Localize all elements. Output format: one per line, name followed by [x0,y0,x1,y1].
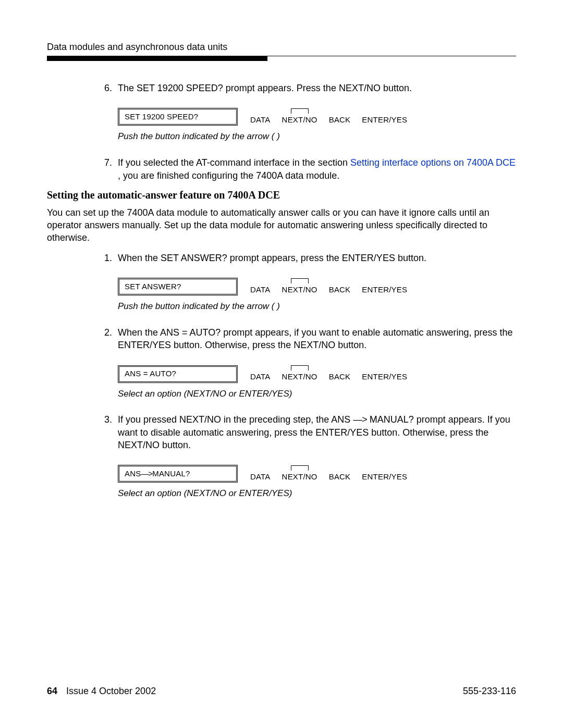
sa-step-1-text: When the SET ANSWER? prompt appears, pre… [118,253,426,263]
step-7: If you selected the AT-command interface… [115,156,516,182]
panel-caption: Push the button indicated by the arrow (… [118,131,516,143]
btn-enter: ENTER/YES [362,108,407,125]
running-head: Data modules and asynchronous data units [47,42,516,53]
lcd-display: SET ANSWER? [118,278,238,295]
sa-step-2-text: When the ANS = AUTO? prompt appears, if … [118,327,513,350]
lcd-text: ANS = AUTO? [125,368,176,379]
btn-label: ENTER/YES [362,285,407,295]
step-7-pre: If you selected the AT-command interface… [118,157,350,168]
header-bar [47,56,267,61]
btn-data: DATA [250,365,271,382]
tick-icon [291,278,309,283]
panel-row: SET 19200 SPEED? DATA NEXT/NO [118,108,516,126]
btn-next: NEXT/NO [282,108,317,125]
btn-label: ENTER/YES [362,115,407,125]
panel-set-answer: SET ANSWER? DATA NEXT/NO [118,278,516,313]
panel-row: ANS = AUTO? DATA NEXT/NO [118,365,516,383]
arrow-icon: —> [141,468,152,479]
btn-enter: ENTER/YES [362,365,407,382]
btn-label: DATA [250,285,271,295]
arrow-icon: —> [353,414,367,425]
tick-icon [291,465,309,471]
sa-step-1: When the SET ANSWER? prompt appears, pre… [115,252,516,313]
btn-next: NEXT/NO [282,278,317,295]
sa-step-2: When the ANS = AUTO? prompt appears, if … [115,326,516,400]
issue-date: Issue 4 October 2002 [66,686,156,696]
step-6: The SET 19200 SPEED? prompt appears. Pre… [115,82,516,143]
btn-enter: ENTER/YES [362,278,407,295]
panel-buttons: DATA NEXT/NO BACK [250,278,407,295]
btn-label: ENTER/YES [362,472,407,482]
btn-back: BACK [329,365,351,382]
btn-label: DATA [250,372,271,382]
btn-next: NEXT/NO [282,465,317,482]
panel-speed: SET 19200 SPEED? DATA NEXT/NO [118,108,516,143]
lcd-display: ANS —> MANUAL? [118,465,238,483]
lcd-text: SET 19200 SPEED? [125,112,198,122]
section-title-auto-answer: Setting the automatic-answer feature on … [47,189,516,201]
btn-label: ENTER/YES [362,372,407,382]
btn-data: DATA [250,278,271,295]
sa-step-3: If you pressed NEXT/NO in the preceding … [115,413,516,500]
footer-left: 64 Issue 4 October 2002 [47,686,156,697]
btn-data: DATA [250,108,271,125]
panel-ans-auto: ANS = AUTO? DATA NEXT/NO [118,365,516,400]
panel-buttons: DATA NEXT/NO BACK [250,465,407,482]
btn-enter: ENTER/YES [362,465,407,482]
step-6-text: The SET 19200 SPEED? prompt appears. Pre… [118,83,412,93]
page-number: 64 [47,686,57,696]
btn-next: NEXT/NO [282,365,317,382]
btn-label: BACK [329,285,351,295]
btn-label: BACK [329,115,351,125]
btn-label: DATA [250,115,271,125]
panel-caption: Push the button indicated by the arrow (… [118,301,516,313]
steps-speed: The SET 19200 SPEED? prompt appears. Pre… [47,82,516,182]
sa-step-3-pre: If you pressed NEXT/NO in the preceding … [118,414,353,425]
panel-ans-manual: ANS —> MANUAL? DATA NEXT/NO [118,465,516,500]
page-content: The SET 19200 SPEED? prompt appears. Pre… [47,61,516,500]
tick-icon [291,108,309,114]
tick-icon [291,365,309,371]
step-7-post: , you are finished configuring the 7400A… [118,170,339,181]
panel-row: ANS —> MANUAL? DATA NEXT/NO [118,465,516,483]
steps-auto-answer: When the SET ANSWER? prompt appears, pre… [47,252,516,500]
btn-label: NEXT/NO [282,285,317,295]
lcd-text-post: MANUAL? [152,468,190,479]
link-setting-interface[interactable]: Setting interface options on 7400A DCE [350,157,516,168]
btn-label: NEXT/NO [282,115,317,125]
intro-paragraph: You can set up the 7400A data module to … [47,206,516,244]
doc-number: 555-233-116 [463,686,516,697]
lcd-text: SET ANSWER? [125,281,181,292]
btn-data: DATA [250,465,271,482]
btn-back: BACK [329,108,351,125]
btn-label: BACK [329,372,351,382]
page: Data modules and asynchronous data units… [0,0,563,728]
btn-label: NEXT/NO [282,472,317,482]
page-footer: 64 Issue 4 October 2002 555-233-116 [47,686,516,697]
panel-caption: Select an option (NEXT/NO or ENTER/YES) [118,488,516,500]
btn-label: NEXT/NO [282,372,317,382]
btn-back: BACK [329,465,351,482]
btn-label: DATA [250,472,271,482]
lcd-text-pre: ANS [125,468,141,479]
panel-buttons: DATA NEXT/NO BACK [250,108,407,125]
btn-label: BACK [329,472,351,482]
lcd-display: ANS = AUTO? [118,365,238,383]
panel-caption: Select an option (NEXT/NO or ENTER/YES) [118,388,516,400]
panel-buttons: DATA NEXT/NO BACK [250,365,407,382]
panel-row: SET ANSWER? DATA NEXT/NO [118,278,516,295]
lcd-display: SET 19200 SPEED? [118,108,238,126]
btn-back: BACK [329,278,351,295]
